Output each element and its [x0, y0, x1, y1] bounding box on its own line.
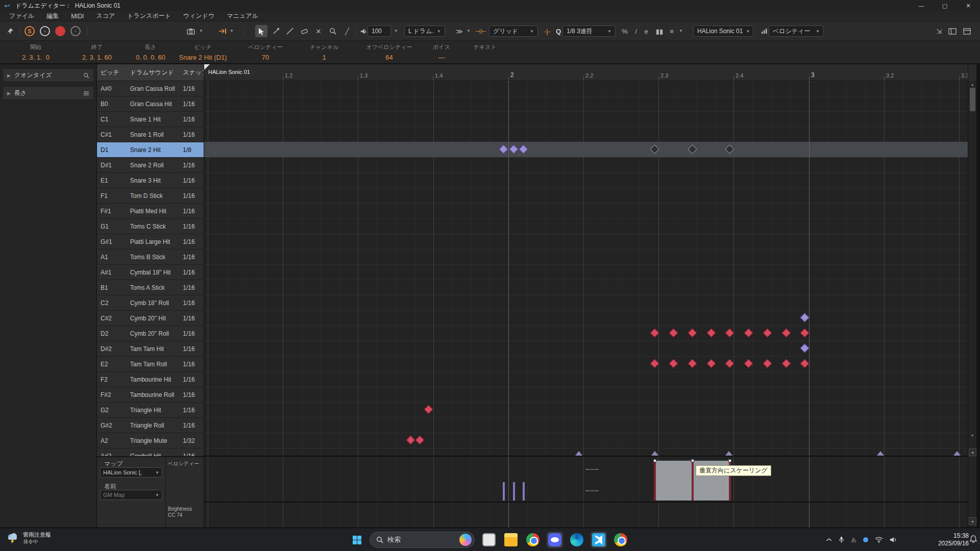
edge-icon[interactable]	[569, 532, 585, 548]
part-name-tag[interactable]: HALion Sonic 01	[208, 69, 250, 75]
drum-row-As0[interactable]: A#0Gran Cassa Roll1/16	[97, 81, 204, 96]
zoom-tool[interactable]	[327, 25, 339, 37]
quantize-panel-item[interactable]: ▶ クオンタイズ	[3, 68, 94, 82]
drum-row-Cs1[interactable]: C#1Snare 1 Roll1/16	[97, 127, 204, 142]
info-field-1[interactable]: 終了2. 3. 1. 60	[71, 43, 122, 61]
drum-row-G2[interactable]: G2Triangle Hit1/16	[97, 403, 204, 418]
drum-row-C2[interactable]: C2Cymb 18" Roll1/16	[97, 295, 204, 311]
taskbar-clock[interactable]: 15:38 2025/09/16	[925, 532, 969, 547]
part-select[interactable]: HALion Sonic 01▼	[693, 26, 753, 37]
teams-status-icon[interactable]	[863, 537, 868, 542]
drum-note-red[interactable]	[725, 359, 734, 368]
drum-note-red[interactable]	[406, 435, 415, 444]
drum-row-B1[interactable]: B1Toms A Stick1/16	[97, 280, 204, 295]
expand-arrow-icon[interactable]: ▶	[7, 91, 11, 96]
acoustic-feedback-button[interactable]: ◦	[40, 26, 50, 36]
drum-row-E1[interactable]: E1Snare 3 Hit1/16	[97, 173, 204, 188]
autoscroll-icon[interactable]	[216, 25, 229, 37]
drum-note-purple[interactable]	[800, 343, 809, 353]
drum-row-A1[interactable]: A1Toms B Stick1/16	[97, 249, 204, 265]
drum-note-red[interactable]	[800, 359, 809, 368]
copilot-icon[interactable]	[459, 534, 472, 546]
drum-note-red[interactable]	[706, 359, 716, 368]
nudge-caret[interactable]: ▼	[467, 29, 471, 33]
info-field-3[interactable]: ピッチSnare 2 Hit (D1)	[168, 43, 237, 61]
setup-toolbar-icon[interactable]	[961, 25, 973, 37]
velocity-bar[interactable]	[654, 461, 656, 500]
menu-item[interactable]: マニュアル	[220, 12, 264, 20]
zoom-in-button[interactable]: +	[969, 448, 976, 456]
column-header-sound[interactable]: ドラムサウンド	[127, 68, 179, 81]
drum-row-G1[interactable]: G1Toms C Stick1/16	[97, 219, 204, 234]
drum-row-D2[interactable]: D2Cymb 20" Roll1/16	[97, 326, 204, 341]
drum-row-Gs1[interactable]: G#1Piatti Large Hit1/16	[97, 234, 204, 249]
minimize-button[interactable]: —	[910, 0, 933, 11]
info-field-value[interactable]: 2. 3. 1. 60	[71, 54, 122, 61]
weather-widget[interactable]: 雷雨注意報 発令中	[6, 532, 51, 545]
trim-tool[interactable]: ╱	[341, 25, 353, 37]
open-in-window-icon[interactable]: ⇲	[933, 25, 945, 37]
menu-item[interactable]: ウィンドウ	[177, 12, 220, 20]
drum-row-C1[interactable]: C1Snare 1 Hit1/16	[97, 112, 204, 127]
vertical-scrollbar[interactable]: ▲ ▼ + +	[968, 64, 976, 528]
volume-icon[interactable]	[890, 537, 897, 543]
event-colors-caret[interactable]: ▼	[199, 29, 203, 33]
drum-row-Cs2[interactable]: C#2Cymb 20" Hit1/16	[97, 311, 204, 326]
expand-arrow-icon[interactable]: ▶	[7, 73, 11, 78]
drum-note-red[interactable]	[650, 328, 659, 337]
drum-note-red[interactable]	[763, 328, 772, 337]
drum-row-Ds1[interactable]: D#1Snare 2 Roll1/16	[97, 158, 204, 173]
scaling-handle[interactable]	[653, 459, 656, 462]
scroll-down-icon[interactable]: ▼	[968, 434, 976, 437]
drum-note-red[interactable]	[800, 328, 809, 337]
info-field-6[interactable]: オフベロシティー64	[357, 43, 421, 61]
info-field-value[interactable]: 70	[240, 54, 291, 61]
taskbar-search[interactable]: 検索	[370, 532, 475, 548]
step-input-button[interactable]: ·	[70, 26, 81, 36]
chrome-icon[interactable]	[525, 532, 541, 548]
pin-icon[interactable]	[4, 25, 16, 37]
brightness-controller-lane[interactable]	[204, 503, 968, 528]
mute-tool[interactable]: ✕	[312, 25, 325, 37]
scaling-handle[interactable]	[691, 459, 694, 462]
name-select[interactable]: GM Map▼	[100, 490, 162, 500]
drum-note-red[interactable]	[669, 359, 678, 368]
velocity-bar[interactable]	[692, 461, 694, 500]
menu-item[interactable]: 編集	[40, 12, 65, 20]
file-explorer-icon[interactable]	[503, 532, 519, 548]
drum-note-red[interactable]	[781, 328, 791, 337]
drum-note-red[interactable]	[725, 328, 734, 337]
drum-row-A2[interactable]: A2Triangle Mute1/32	[97, 433, 204, 448]
drum-row-Gs2[interactable]: G#2Triangle Roll1/16	[97, 418, 204, 433]
drum-note-red[interactable]	[415, 435, 424, 444]
velocity-bar[interactable]	[513, 482, 515, 500]
event-colors-icon[interactable]	[185, 25, 197, 37]
note-display-area[interactable]	[204, 81, 968, 456]
drum-row-Fs1[interactable]: F#1Piatti Med Hit1/16	[97, 204, 204, 219]
quantize-panel-icon[interactable]: e	[640, 25, 652, 37]
drum-note-clipped[interactable]	[651, 451, 658, 456]
menu-item[interactable]: トランスポート	[121, 12, 177, 20]
info-field-5[interactable]: チャンネル1	[296, 43, 352, 61]
drum-row-As2[interactable]: A#2Cowbell Hit1/16	[97, 448, 204, 456]
part-list-icon[interactable]: ▮▮	[653, 25, 666, 37]
microphone-icon[interactable]	[839, 536, 844, 543]
drum-note-red[interactable]	[763, 359, 772, 368]
vscode-icon[interactable]	[591, 532, 607, 548]
length-display-select[interactable]: L ドラム.▼	[404, 26, 445, 37]
discord-icon[interactable]	[547, 532, 563, 548]
start-button[interactable]	[349, 532, 364, 547]
menu-item[interactable]: スコア	[90, 12, 121, 20]
column-header-snap[interactable]: スナップ	[179, 68, 204, 81]
info-field-value[interactable]: 1	[296, 54, 352, 61]
menu-item[interactable]: ファイル	[3, 12, 40, 20]
drum-note-purple[interactable]	[800, 313, 809, 322]
drum-note-red[interactable]	[688, 328, 697, 337]
length-panel-item[interactable]: ▶ 長さ	[3, 86, 94, 100]
drum-row-B0[interactable]: B0Gran Cassa Hit1/16	[97, 96, 204, 112]
part-edit-caret[interactable]: ▼	[679, 29, 683, 33]
timeline-ruler[interactable]: HALion Sonic 01 1.21.31.422.22.32.433.23…	[204, 64, 968, 81]
info-field-8[interactable]: テキスト	[462, 43, 508, 54]
info-field-value[interactable]: 0. 0. 0. 60	[128, 54, 174, 61]
nudge-icon[interactable]: ≫	[453, 25, 465, 37]
